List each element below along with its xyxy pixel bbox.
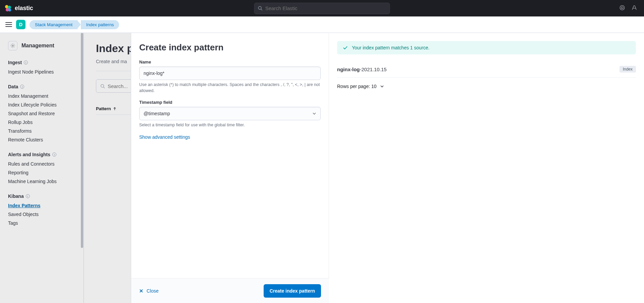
chevron-down-icon — [312, 112, 316, 116]
rows-per-page[interactable]: Rows per page: 10 — [337, 84, 636, 89]
flyout-form: Create index pattern Name Use an asteris… — [131, 33, 329, 278]
svg-line-5 — [261, 9, 262, 10]
timestamp-select[interactable]: @timestamp — [139, 107, 321, 120]
info-icon[interactable]: i — [20, 85, 24, 89]
breadcrumb-item[interactable]: Index patterns — [81, 20, 119, 29]
space-selector[interactable]: D — [16, 20, 25, 29]
svg-point-6 — [620, 5, 625, 10]
flyout-footer: Close Create index pattern — [131, 278, 329, 303]
flyout-preview: Your index pattern matches 1 source. ngi… — [329, 33, 644, 278]
sidebar-item-remote-clusters[interactable]: Remote Clusters — [8, 137, 84, 142]
newsfeed-icon[interactable] — [619, 5, 625, 12]
flyout-title: Create index pattern — [139, 42, 321, 53]
source-type-badge: Index — [620, 66, 636, 73]
sidebar-item-transforms[interactable]: Transforms — [8, 128, 84, 134]
svg-point-9 — [101, 84, 104, 87]
timestamp-label: Timestamp field — [139, 100, 321, 105]
search-icon — [100, 84, 105, 89]
close-icon — [139, 289, 143, 293]
chevron-down-icon — [380, 84, 384, 88]
gear-icon — [8, 41, 17, 50]
timestamp-value: @timestamp — [144, 111, 170, 116]
sidebar-item-index-management[interactable]: Index Management — [8, 93, 84, 99]
sidebar-item-index-patterns[interactable]: Index Patterns — [8, 203, 84, 208]
advanced-settings-link[interactable]: Show advanced settings — [139, 134, 321, 140]
svg-point-7 — [621, 7, 623, 9]
sidebar-heading: Management — [8, 41, 84, 50]
svg-point-8 — [12, 45, 13, 46]
breadcrumb-item[interactable]: Stack Management — [30, 20, 78, 29]
sidebar: Management Ingesti Ingest Node Pipelines… — [0, 33, 84, 303]
brand-logo[interactable]: elastic — [4, 4, 33, 12]
match-callout: Your index pattern matches 1 source. — [337, 41, 636, 54]
sort-asc-icon — [113, 107, 116, 111]
name-input[interactable] — [139, 67, 321, 80]
match-bold-part: nginx-log — [337, 67, 360, 72]
help-icon[interactable] — [631, 5, 637, 12]
global-search[interactable] — [254, 3, 390, 14]
match-rest-part: -2021.10.15 — [360, 67, 387, 72]
sidebar-item-rules[interactable]: Rules and Connectors — [8, 161, 84, 167]
sidebar-item-ml-jobs[interactable]: Machine Learning Jobs — [8, 179, 84, 184]
global-search-input[interactable] — [265, 5, 386, 11]
info-icon[interactable]: i — [26, 194, 30, 198]
svg-point-3 — [8, 9, 11, 11]
svg-point-4 — [258, 6, 261, 9]
check-icon — [342, 45, 348, 50]
rows-per-page-label: Rows per page: 10 — [337, 84, 377, 89]
section-title: Data — [8, 84, 18, 89]
sidebar-title: Management — [21, 43, 54, 49]
timestamp-help: Select a timestamp field for use with th… — [139, 122, 321, 128]
sidebar-item-reporting[interactable]: Reporting — [8, 170, 84, 175]
svg-line-10 — [104, 87, 105, 88]
section-title: Ingest — [8, 60, 22, 65]
col-pattern: Pattern — [96, 106, 111, 111]
sidebar-item-ilm[interactable]: Index Lifecycle Policies — [8, 102, 84, 107]
name-help: Use an asterisk (*) to match multiple ch… — [139, 82, 321, 94]
subnav: D Stack Management Index patterns — [0, 16, 644, 33]
sidebar-item-saved-objects[interactable]: Saved Objects — [8, 212, 84, 217]
search-icon — [258, 6, 263, 11]
sidebar-item-snapshot-restore[interactable]: Snapshot and Restore — [8, 111, 84, 116]
create-index-pattern-button[interactable]: Create index pattern — [264, 284, 321, 298]
sidebar-item-ingest-pipelines[interactable]: Ingest Node Pipelines — [8, 69, 84, 75]
breadcrumb: Stack Management Index patterns — [30, 20, 119, 29]
sidebar-item-tags[interactable]: Tags — [8, 220, 84, 226]
matched-source-row: nginx-log-2021.10.15 Index — [337, 62, 636, 78]
elastic-logo-icon — [4, 4, 12, 12]
section-title: Alerts and Insights — [8, 152, 50, 157]
scrollbar[interactable] — [80, 33, 84, 303]
brand-name: elastic — [15, 5, 33, 12]
callout-text: Your index pattern matches 1 source. — [352, 45, 429, 50]
info-icon[interactable]: i — [52, 153, 56, 157]
matched-source-name: nginx-log-2021.10.15 — [337, 67, 387, 72]
close-label: Close — [147, 288, 159, 294]
section-title: Kibana — [8, 193, 24, 199]
breadcrumb-separator-icon — [77, 20, 81, 29]
close-button[interactable]: Close — [139, 288, 159, 294]
flyout: Create index pattern Name Use an asteris… — [131, 33, 644, 303]
nav-toggle-icon[interactable] — [5, 21, 12, 28]
info-icon[interactable]: i — [24, 60, 28, 64]
sidebar-item-rollup[interactable]: Rollup Jobs — [8, 120, 84, 125]
topbar: elastic — [0, 0, 644, 16]
name-label: Name — [139, 59, 321, 64]
